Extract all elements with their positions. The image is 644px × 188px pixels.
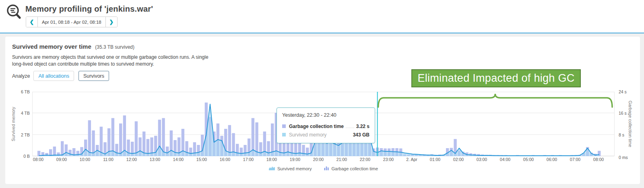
x-tick-22-00: 22:00 — [353, 157, 377, 162]
tooltip-row-value: 343 GB — [353, 132, 369, 138]
tooltip-row-value: 3.22 s — [356, 124, 369, 129]
gc-time-bar[interactable] — [228, 125, 231, 156]
y-tick-left: 4 TB — [12, 111, 30, 116]
x-tick-12-00: 12:00 — [120, 157, 144, 162]
date-range-picker: ❮ Apr 01, 08:18 - Apr 02, 08:18 ❯ — [26, 17, 118, 27]
all-allocations-button[interactable]: All allocations — [33, 71, 74, 81]
x-tick-17-00: 17:00 — [236, 157, 260, 162]
y-axis-left-title: Survived memory — [10, 92, 16, 156]
x-tick-11-00: 11:00 — [96, 157, 120, 162]
x-tick-20-00: 20:00 — [306, 157, 330, 162]
x-tick-08-00: 08:00 — [586, 157, 611, 162]
dotted-leader — [346, 128, 354, 128]
x-tick-10-00: 10:00 — [73, 157, 97, 162]
panel-title-row: Survived memory over time (35.3 TB survi… — [12, 43, 134, 50]
tooltip-row-label: Garbage collection time — [289, 124, 344, 129]
x-tick-2-Apr: 2. Apr — [400, 157, 424, 162]
memory-profiling-page: Memory profiling of 'jenkins.war' ❮ Apr … — [0, 0, 644, 188]
gc-time-bar[interactable] — [135, 121, 138, 156]
y-tick-right: 24 s — [619, 89, 637, 94]
y-tick-right: 0 ms — [619, 155, 637, 160]
panel-description: Survivors are memory objects that surviv… — [12, 54, 208, 68]
app-header: Memory profiling of 'jenkins.war' ❮ Apr … — [0, 0, 644, 33]
area-icon — [269, 166, 275, 171]
x-tick-08-00: 08:00 — [26, 157, 50, 162]
date-range-text[interactable]: Apr 01, 08:18 - Apr 02, 08:18 — [37, 17, 106, 27]
x-tick-05-00: 05:00 — [516, 157, 541, 162]
x-tick-23-00: 23:00 — [376, 157, 400, 162]
x-tick-18-00: 18:00 — [260, 157, 284, 162]
x-tick-04-00: 04:00 — [493, 157, 517, 162]
analyze-toggle-row: Analyze All allocations Survivors — [12, 71, 109, 81]
memory-profiling-magnifier-icon — [5, 4, 24, 22]
description-line-1: Survivors are memory objects that surviv… — [12, 54, 208, 61]
panel-title: Survived memory over time — [12, 43, 91, 50]
x-tick-02-00: 02:00 — [446, 157, 471, 162]
tooltip-title: Yesterday, 22:30 - 22:40 — [282, 112, 369, 118]
survivors-button[interactable]: Survivors — [78, 71, 109, 81]
chart-legend: Survived memoryGarbage collection time — [32, 166, 615, 171]
x-tick-16-00: 16:00 — [213, 157, 237, 162]
x-tick-01-00: 01:00 — [423, 157, 447, 162]
description-line-2: long-lived object can contribute multipl… — [12, 61, 208, 68]
x-tick-15-00: 15:00 — [190, 157, 214, 162]
y-axis-right-title: Garbage collection time — [627, 92, 633, 156]
survived-memory-panel: Survived memory over time (35.3 TB survi… — [5, 37, 640, 184]
legend-label: Survived memory — [277, 166, 312, 171]
panel-subtitle: (35.3 TB survived) — [95, 44, 134, 50]
bars-icon — [324, 166, 329, 171]
x-tick-13-00: 13:00 — [143, 157, 167, 162]
x-tick-14-00: 14:00 — [166, 157, 190, 162]
tooltip-row-gc-time: Garbage collection time 3.22 s — [282, 122, 369, 130]
survived-memory-swatch-icon — [282, 133, 286, 136]
next-range-button[interactable]: ❯ — [106, 17, 117, 27]
annotation-brace — [378, 94, 612, 107]
x-tick-03-00: 03:00 — [470, 157, 494, 162]
annotation-label: Eliminated Impacted of high GC — [411, 69, 581, 87]
x-tick-06-00: 06:00 — [540, 157, 564, 162]
tooltip-row-label: Survived memory — [289, 132, 326, 138]
y-tick-right: 8 s — [619, 132, 637, 137]
analyze-label: Analyze — [12, 73, 30, 79]
y-tick-right: 16 s — [619, 111, 637, 116]
legend-item-0[interactable]: Survived memory — [269, 166, 312, 171]
x-tick-19-00: 19:00 — [283, 157, 307, 162]
page-title: Memory profiling of 'jenkins.war' — [25, 4, 153, 14]
y-tick-left: 6 TB — [12, 89, 30, 94]
legend-label: Garbage collection time — [332, 166, 378, 171]
prev-range-button[interactable]: ❮ — [26, 17, 37, 27]
x-tick-07-00: 07:00 — [563, 157, 587, 162]
gc-time-bar[interactable] — [88, 120, 91, 156]
y-tick-left: 2 TB — [12, 132, 30, 137]
legend-item-1[interactable]: Garbage collection time — [324, 166, 378, 171]
gc-time-bar[interactable] — [119, 124, 122, 156]
x-tick-09-00: 09:00 — [50, 157, 74, 162]
chart-tooltip: Yesterday, 22:30 - 22:40 Garbage collect… — [277, 107, 375, 143]
x-tick-21-00: 21:00 — [330, 157, 354, 162]
tooltip-row-survived-memory: Survived memory 343 GB — [282, 130, 369, 139]
gc-time-swatch-icon — [282, 124, 286, 128]
